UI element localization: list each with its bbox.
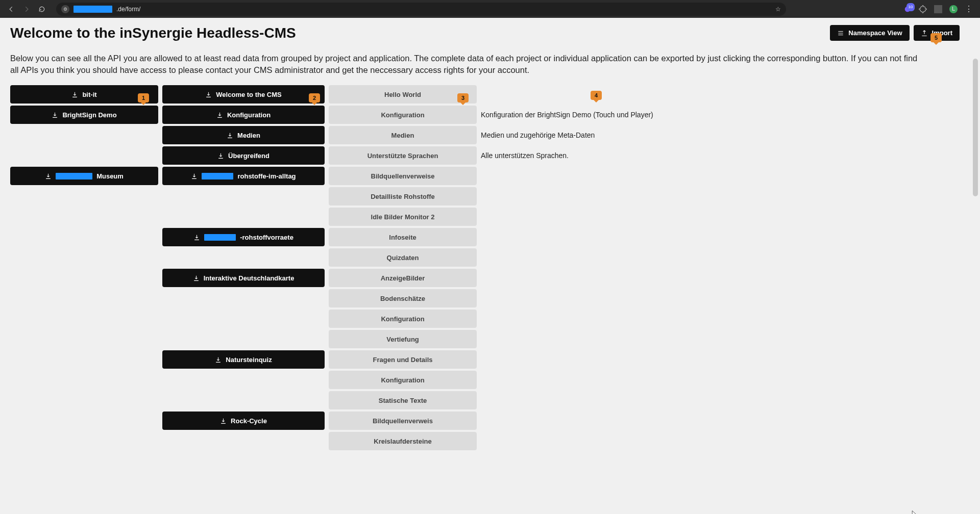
api-label: AnzeigeBilder (381, 274, 425, 282)
api-item[interactable]: Kreislaufdersteine (329, 432, 477, 450)
page-root: 1 2 3 4 5 Welcome to the inSynergie Head… (0, 18, 980, 514)
api-label: Vertiefung (386, 336, 419, 343)
api-item[interactable]: Konfiguration (329, 106, 477, 124)
app-label: Konfiguration (227, 111, 271, 119)
upload-icon (921, 30, 928, 37)
project-label: bit-it (82, 91, 96, 98)
reload-icon[interactable] (38, 5, 46, 13)
redacted-text (202, 173, 233, 179)
api-item[interactable]: Statische Texte (329, 391, 477, 409)
back-icon[interactable] (7, 5, 15, 13)
api-item[interactable]: Unterstützte Sprachen (329, 146, 477, 165)
app-uebergreifend[interactable]: Übergreifend (162, 146, 325, 165)
forward-icon[interactable] (22, 5, 31, 13)
browser-right-icons: 10 L ⋮ (903, 5, 973, 13)
api-label: Unterstützte Sprachen (368, 152, 438, 160)
extension-icon[interactable]: 10 (903, 5, 912, 13)
api-item[interactable]: Bildquellenverweise (329, 167, 477, 185)
app-konfiguration[interactable]: Konfiguration (162, 106, 325, 124)
annotation-5: 5 (930, 33, 942, 42)
apis-column: Hello WorldKonfigurationMedienUnterstütz… (329, 85, 477, 450)
redacted-text (204, 234, 236, 241)
api-label: Konfiguration (381, 111, 424, 119)
url-redacted-host (74, 6, 112, 13)
api-descriptions-column: Konfiguration der BrightSign Demo (Touch… (481, 85, 960, 450)
spacer (162, 391, 325, 409)
spacer (162, 330, 325, 348)
extensions-puzzle-icon[interactable] (919, 5, 927, 13)
api-label: Idle Bilder Monitor 2 (371, 213, 435, 221)
redacted-text (56, 173, 92, 179)
page-title: Welcome to the inSynergie Headless-CMS (10, 25, 296, 41)
download-icon (215, 356, 222, 363)
spacer (162, 310, 325, 328)
api-item[interactable]: Fragen und Details (329, 350, 477, 369)
api-item[interactable]: Idle Bilder Monitor 2 (329, 208, 477, 226)
app-rock-cycle[interactable]: Rock-Cycle (162, 412, 325, 430)
profile-avatar[interactable]: L (949, 5, 958, 13)
api-label: Kreislaufdersteine (374, 438, 431, 445)
applications-column: Welcome to the CMS Konfiguration Medien … (162, 85, 325, 430)
api-description (481, 228, 960, 246)
project-museum[interactable]: Museum (10, 167, 158, 185)
spacer (10, 146, 158, 165)
site-settings-icon[interactable]: ⚙ (61, 5, 69, 13)
separator (934, 5, 942, 13)
intro-paragraph: Below you can see all the API you are al… (0, 41, 929, 76)
api-label: Konfiguration (381, 315, 424, 323)
api-label: Medien (391, 132, 414, 139)
app-label: Übergreifend (228, 152, 270, 160)
app-label: Natursteinquiz (226, 356, 272, 364)
api-description (481, 85, 960, 104)
annotation-1: 1 (138, 93, 149, 102)
api-description (481, 432, 960, 450)
api-item[interactable]: Konfiguration (329, 371, 477, 389)
api-description: Alle unterstützen Sprachen. (481, 146, 960, 165)
api-description (481, 208, 960, 226)
header-row: Welcome to the inSynergie Headless-CMS N… (0, 18, 970, 41)
namespace-view-label: Namespace View (848, 29, 902, 37)
api-item[interactable]: Konfiguration (329, 310, 477, 328)
app-rohstoffe-im-alltag[interactable]: rohstoffe-im-alltag (162, 167, 325, 185)
api-item[interactable]: Quizdaten (329, 248, 477, 267)
app-natursteinquiz[interactable]: Natursteinquiz (162, 350, 325, 369)
api-item[interactable]: Bildquellenverweis (329, 412, 477, 430)
project-bit-it[interactable]: bit-it (10, 85, 158, 104)
api-item[interactable]: Hello World (329, 85, 477, 104)
spacer (162, 371, 325, 389)
app-deutschlandkarte[interactable]: Interaktive Deutschlandkarte (162, 269, 325, 287)
download-icon (220, 418, 227, 424)
url-bar[interactable]: ⚙ .de/form/ ☆ (56, 3, 786, 16)
app-label: Interaktive Deutschlandkarte (204, 274, 295, 282)
project-brightsign-demo[interactable]: BrightSign Demo (10, 106, 158, 124)
api-label: Quizdaten (387, 254, 419, 262)
app-welcome-cms[interactable]: Welcome to the CMS (162, 85, 325, 104)
api-item[interactable]: Detailliste Rohstoffe (329, 187, 477, 205)
download-icon (52, 112, 58, 118)
download-icon (193, 234, 200, 241)
api-item[interactable]: AnzeigeBilder (329, 269, 477, 287)
bookmark-star-icon[interactable]: ☆ (775, 6, 781, 13)
api-label: Bodenschätze (380, 295, 425, 302)
api-description (481, 350, 960, 369)
api-item[interactable]: Medien (329, 126, 477, 144)
api-description: Konfiguration der BrightSign Demo (Touch… (481, 106, 960, 124)
app-label: rohstoffe-im-alltag (237, 172, 296, 180)
download-icon (217, 152, 224, 159)
app-medien[interactable]: Medien (162, 126, 325, 144)
download-icon (205, 91, 212, 98)
app-rohstoffvorraete[interactable]: -rohstoffvorraete (162, 228, 325, 246)
kebab-menu-icon[interactable]: ⋮ (965, 5, 973, 13)
namespace-view-button[interactable]: Namespace View (830, 25, 909, 41)
api-description (481, 310, 960, 328)
api-item[interactable]: Infoseite (329, 228, 477, 246)
download-icon (45, 173, 52, 179)
api-description (481, 269, 960, 287)
project-label: BrightSign Demo (62, 111, 116, 119)
spacer (162, 208, 325, 226)
api-description (481, 167, 960, 185)
app-label: -rohstoffvorraete (240, 234, 293, 241)
api-label: Fragen und Details (373, 356, 432, 364)
api-item[interactable]: Vertiefung (329, 330, 477, 348)
api-item[interactable]: Bodenschätze (329, 289, 477, 307)
